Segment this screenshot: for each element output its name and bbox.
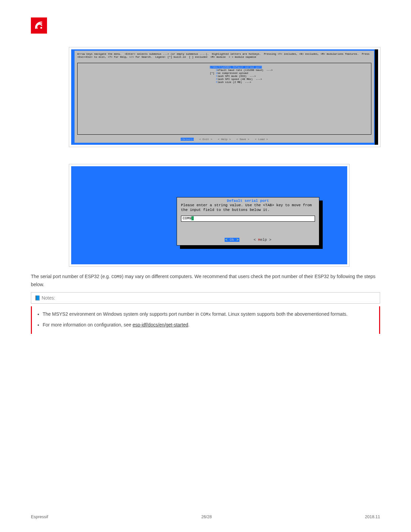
dialog-title: Default serial port — [177, 197, 319, 203]
menuconfig-help-text: Arrow keys navigate the menu. <Enter> se… — [75, 51, 374, 60]
menu-item-serial-port[interactable]: (/dev/ttyUSB0) Default serial port — [210, 66, 273, 69]
page-footer: Espressif 26/28 2018.11 — [31, 515, 380, 519]
dialog-help-button[interactable]: < Help > — [254, 238, 271, 242]
serial-port-dialog: Default serial port Please enter a strin… — [177, 197, 319, 246]
dialog-message: Please enter a string value. Use the <TA… — [177, 203, 319, 212]
docs-link[interactable]: esp-idf/docs/en/get-started — [133, 322, 188, 327]
notes-title-frame: 📘 Notes: — [31, 292, 380, 304]
menu-item-compressed-upload[interactable]: [*] Use compressed upload — [210, 72, 273, 75]
serial-port-input[interactable]: COM9 — [181, 216, 315, 222]
paragraph-serial-port-note: The serial port number of ESP32 (e.g. CO… — [31, 273, 380, 288]
footer-date: 2018.11 — [365, 515, 380, 519]
note-item-1: The MSYS2 environment on Windows system … — [43, 310, 374, 318]
screenshot-serial-port-dialog: Default serial port Please enter a strin… — [69, 164, 350, 267]
menu-item-baud-rate[interactable]: Default baud rate (115200 baud) ---> — [210, 69, 273, 72]
menuconfig-item-list: (/dev/ttyUSB0) Default serial port Defau… — [210, 66, 273, 84]
help-button[interactable]: < Help > — [218, 138, 231, 141]
notes-content: The MSYS2 environment on Windows system … — [31, 306, 380, 334]
screenshot-flasher-menu: Arrow keys navigate the menu. <Enter> se… — [69, 47, 380, 147]
note-item-2: For more information on configuration, s… — [43, 321, 374, 328]
ok-button[interactable]: < Ok > — [225, 238, 239, 242]
menu-item-spi-mode[interactable]: Flash SPI mode (DIO) ---> — [210, 75, 273, 78]
menu-item-flash-size[interactable]: Flash size (2 MB) ---> — [210, 81, 273, 84]
espressif-logo — [31, 17, 47, 34]
exit-button[interactable]: < Exit > — [199, 138, 212, 141]
footer-left: Espressif — [31, 515, 48, 519]
notes-heading: 📘 Notes: — [35, 295, 55, 301]
svg-point-0 — [40, 27, 42, 29]
load-button[interactable]: < Load > — [255, 138, 268, 141]
select-button[interactable]: <Select> — [181, 138, 193, 141]
save-button[interactable]: < Save > — [236, 138, 249, 141]
footer-page-number: 26/28 — [201, 515, 212, 519]
menu-item-spi-speed[interactable]: Flash SPI speed (40 MHz) ---> — [210, 78, 273, 81]
wifi-spiral-icon — [33, 20, 45, 31]
